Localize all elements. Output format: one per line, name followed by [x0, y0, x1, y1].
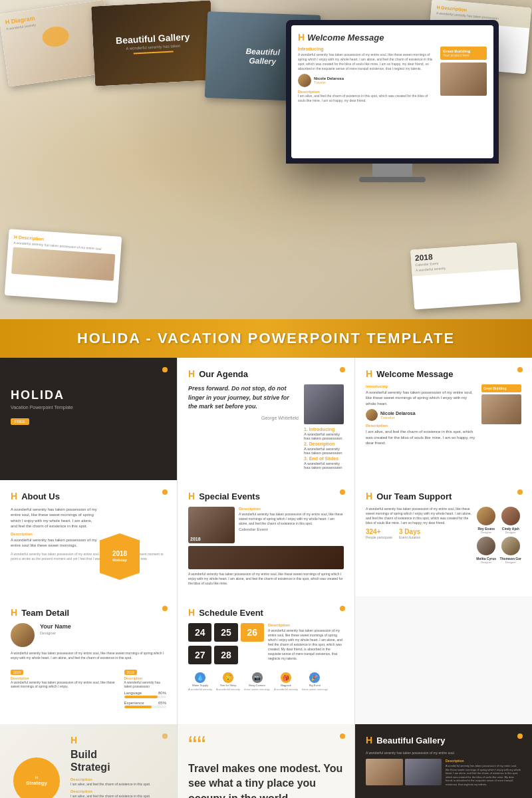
schedule-card: H Schedule Event 24 25 26 27 28 Descript…: [178, 597, 354, 724]
schedule-dates-row2: 27 28: [188, 646, 264, 664]
card-dot: [340, 367, 345, 372]
card-dot: [517, 733, 523, 739]
team-support-card: H Our Team Support A wonderful serenity …: [355, 480, 532, 597]
build-circle: H Strategy: [13, 757, 60, 798]
event-icon: 🎉: [309, 672, 320, 683]
water-icon: 💧: [195, 672, 205, 683]
holida-subtitle: Vacation Powerpoint Template: [11, 405, 166, 410]
member-role-4: Designer: [505, 561, 516, 564]
sched-water: 💧 Water Supply A wonderful serenity: [188, 672, 212, 691]
about-card: H About Us A wonderful serenity has take…: [0, 480, 177, 597]
sleep-desc: A wonderful serenity: [216, 688, 240, 691]
team-title: Our Team Support: [376, 491, 452, 501]
section-icon: H: [366, 735, 372, 745]
build-desc-title: Description: [70, 777, 166, 781]
schedule-dates: 24 25 26: [188, 623, 264, 642]
team-detail-title: Team Detail: [21, 608, 69, 618]
agenda-author: George Whitefield: [188, 416, 299, 420]
member-role-1: Designer: [481, 531, 491, 534]
td-name: Your Name: [40, 623, 71, 630]
team-stat-1: 324+ People participate: [366, 528, 392, 539]
sched-camera: 📷 Bring Camera these sweet mornings: [244, 672, 270, 691]
special-desc-title: Description: [239, 507, 344, 511]
quote-text: Travel makes one modest. You see what a …: [188, 761, 344, 798]
card-dot: [340, 489, 345, 495]
team-stat-2: 3 Days Event duration: [399, 528, 420, 539]
intro-text: A wonderful serenity has taken possessio…: [366, 390, 477, 406]
placeholder-text: [366, 607, 521, 714]
sched-bagpack: 🎒 Bagpack A wonderful serenity: [274, 672, 298, 691]
welcome-name: Nicole Delarosa: [380, 411, 416, 416]
holida-card: HOLIDA Vacation Powerpoint Template FREE: [0, 358, 177, 480]
bagpack-desc: A wonderful serenity: [274, 688, 298, 691]
gallery-img-1: [366, 759, 403, 785]
team-member-3: Melita Cyrus Designer: [475, 537, 497, 564]
stat-label-2: Event duration: [399, 535, 420, 539]
slide-preview: Beautiful Gallery A wonderful serenity h…: [91, 0, 215, 86]
slide-grid-row2: H About Us A wonderful serenity has take…: [0, 480, 532, 597]
team-members-grid: Roy Evans Designer Cindy Ajah Designer M…: [475, 507, 521, 564]
camera-label: Bring Camera: [249, 684, 265, 687]
about-footer: A wonderful serenity has taken possessio…: [11, 552, 166, 561]
team-detail-person: Your Name Designer: [11, 623, 166, 647]
camera-icon: 📷: [252, 672, 263, 683]
event-label: Big Event: [309, 684, 321, 687]
slide-grid-row1: HOLIDA Vacation Powerpoint Template FREE…: [0, 358, 532, 480]
card-dot: [517, 489, 523, 495]
team-member-1: Roy Evans Designer: [475, 507, 497, 534]
year-label: Holiday: [112, 558, 127, 563]
agenda-title: Our Agenda: [199, 369, 248, 379]
stat-value-1: 324+: [366, 528, 392, 535]
card-dot: [162, 367, 168, 372]
team-stats: 324+ People participate 3 Days Event dur…: [366, 528, 471, 539]
card-dot: [162, 606, 168, 611]
desc2-text: A wonderful serenity has taken possessio…: [11, 680, 120, 688]
schedule-icons: 💧 Water Supply A wonderful serenity 😴 Te…: [188, 672, 344, 691]
special-events-card: H Special Events 2018 Description A wond…: [178, 480, 354, 597]
water-desc: A wonderful serenity: [188, 688, 212, 691]
build-desc-text: I am alive, and feel the charm of existe…: [70, 782, 166, 787]
card-dot: [517, 367, 523, 372]
section-icon: H: [366, 491, 372, 501]
schedule-desc-text: A wonderful serenity has taken possessio…: [268, 628, 344, 661]
slide-preview: H Description A wonderful serenity has t…: [5, 229, 122, 303]
build-strategy-card: H Strategy H BuildStrategi Description I…: [0, 724, 177, 798]
slide-grid-row4: H Strategy H BuildStrategi Description I…: [0, 724, 532, 798]
member-role-3: Designer: [481, 561, 491, 564]
card-dot: [340, 733, 345, 739]
year-badge: 2018 Holiday: [100, 533, 140, 580]
progress-bars: Language 80% Experience 65%: [124, 691, 167, 708]
date-25: 25: [214, 623, 237, 642]
special-events-title: Special Events: [199, 491, 260, 501]
sched-bigenvent: 🎉 Big Event these sweet mornings: [302, 672, 328, 691]
section-icon: H: [366, 368, 372, 379]
bagpack-label: Bagpack: [281, 684, 291, 687]
circle-text: Strategy: [26, 780, 47, 787]
about-title: About Us: [21, 491, 60, 501]
card-dot: [162, 489, 168, 495]
gallery-desc-title: Description: [446, 759, 521, 763]
special-desc-text: A wonderful serenity has taken possessio…: [239, 512, 344, 526]
slide-grid-row3: H Team Detail Your Name Designer A wonde…: [0, 597, 532, 724]
date-24: 24: [188, 623, 211, 642]
about-desc: A wonderful serenity has taken possessio…: [11, 507, 97, 529]
camera-desc: these sweet mornings: [244, 688, 270, 691]
date-27: 27: [188, 646, 211, 664]
sched-sleep: 😴 Tent for Sleep A wonderful serenity: [216, 672, 240, 691]
section-icon: H: [70, 735, 77, 745]
gallery-desc-text: A wonderful serenity has taken possessio…: [446, 764, 521, 787]
tag2: 2019: [124, 670, 137, 675]
build-content: H BuildStrategi Description I am alive, …: [70, 735, 166, 798]
placeholder-card: [355, 597, 532, 724]
holida-title: HOLIDA: [11, 388, 166, 402]
gallery-img-2: [405, 759, 442, 785]
team-member-4: Thomson Ger Designer: [499, 537, 521, 564]
sleep-label: Tent for Sleep: [220, 684, 237, 687]
schedule-title: Schedule Event: [199, 608, 263, 618]
desc2-text: A wonderful serenity has taken possessio…: [11, 537, 97, 549]
progress-pct-1: 80%: [158, 691, 166, 695]
date-28: 28: [214, 646, 237, 664]
member-role-2: Designer: [505, 531, 516, 534]
team-detail-card: H Team Detail Your Name Designer A wonde…: [0, 597, 177, 724]
special-year: Calendar Event: [239, 527, 344, 531]
